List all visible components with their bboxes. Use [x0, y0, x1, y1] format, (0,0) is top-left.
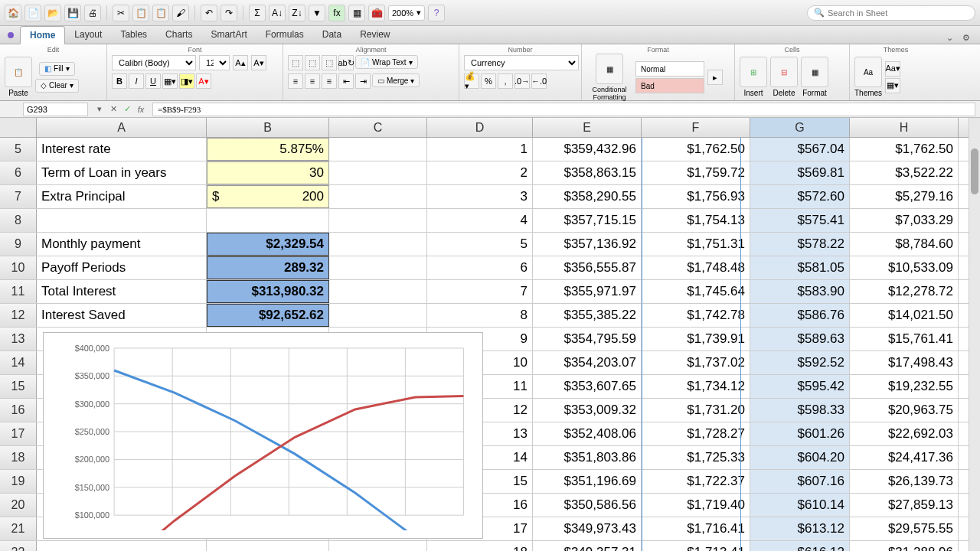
cell-G6[interactable]: $569.81	[750, 161, 850, 184]
merge-button[interactable]: ▭Merge▾	[372, 73, 420, 87]
theme-colors-icon[interactable]: ▦▾	[885, 78, 900, 93]
row-header-7[interactable]: 7	[0, 185, 37, 208]
cell-A12[interactable]: Interest Saved	[37, 304, 207, 327]
cell-F16[interactable]: $1,731.20	[642, 399, 750, 422]
cell-G13[interactable]: $589.63	[750, 328, 850, 350]
col-header-B[interactable]: B	[207, 118, 329, 137]
cell-G19[interactable]: $607.16	[750, 470, 850, 493]
settings-icon[interactable]: ⚙	[960, 31, 972, 44]
cell-H13[interactable]: $15,761.41	[850, 328, 959, 350]
formula-input[interactable]: =$B$9-F293	[152, 103, 975, 116]
cell-D9[interactable]: 5	[427, 233, 533, 256]
col-header-H[interactable]: H	[850, 118, 959, 137]
cell-F8[interactable]: $1,754.13	[642, 209, 750, 232]
col-header-D[interactable]: D	[427, 118, 533, 137]
cell-H11[interactable]: $12,278.72	[850, 280, 959, 303]
cell-B6[interactable]: 30	[207, 161, 329, 184]
cell-B7[interactable]: $200	[207, 185, 329, 208]
cell-B5[interactable]: 5.875%	[207, 138, 329, 161]
cell-F9[interactable]: $1,751.31	[642, 233, 750, 256]
cell-G16[interactable]: $598.33	[750, 399, 850, 422]
cell-E6[interactable]: $358,863.15	[533, 161, 642, 184]
col-header-C[interactable]: C	[329, 118, 427, 137]
vertical-scrollbar[interactable]	[969, 118, 980, 551]
insert-cells-button[interactable]: ⊞	[740, 57, 767, 87]
cell-A9[interactable]: Monthly payment	[37, 233, 207, 256]
name-box[interactable]: G293	[23, 103, 88, 116]
cell-H8[interactable]: $7,033.29	[850, 209, 959, 232]
cell-C22[interactable]	[329, 541, 427, 551]
cell-C11[interactable]	[329, 280, 427, 303]
cell-C6[interactable]	[329, 161, 427, 184]
cell-B9[interactable]: $2,329.54	[207, 233, 329, 256]
row-header-19[interactable]: 19	[0, 470, 37, 493]
format-painter-icon[interactable]: 🖌	[172, 5, 189, 21]
cell-E11[interactable]: $355,971.97	[533, 280, 642, 303]
cell-D22[interactable]: 18	[427, 541, 533, 551]
fx-formula-icon[interactable]: fx	[134, 103, 148, 116]
row-header-15[interactable]: 15	[0, 375, 37, 398]
cell-H6[interactable]: $3,522.22	[850, 161, 959, 184]
tab-smartart[interactable]: SmartArt	[201, 26, 256, 44]
cell-D12[interactable]: 8	[427, 304, 533, 327]
cell-H19[interactable]: $26,139.73	[850, 470, 959, 493]
cell-E19[interactable]: $351,196.69	[533, 470, 642, 493]
cell-C8[interactable]	[329, 209, 427, 232]
undo-icon[interactable]: ↶	[201, 5, 217, 21]
style-normal[interactable]: Normal	[635, 61, 704, 77]
font-name-select[interactable]: Calibri (Body)	[112, 55, 196, 70]
cell-B22[interactable]	[207, 541, 329, 551]
underline-button[interactable]: U	[145, 73, 161, 89]
cell-C12[interactable]	[329, 304, 427, 327]
app-menu-icon[interactable]	[8, 32, 14, 38]
cell-E10[interactable]: $356,555.87	[533, 256, 642, 279]
align-bottom-icon[interactable]: ⬚	[322, 55, 337, 70]
cell-F21[interactable]: $1,716.41	[642, 517, 750, 540]
cell-F14[interactable]: $1,737.02	[642, 351, 750, 374]
font-size-select[interactable]: 12	[199, 55, 230, 70]
cell-E12[interactable]: $355,385.22	[533, 304, 642, 327]
cell-B8[interactable]	[207, 209, 329, 232]
style-bad[interactable]: Bad	[635, 78, 704, 93]
theme-fonts-icon[interactable]: Aa▾	[885, 61, 900, 77]
row-header-12[interactable]: 12	[0, 304, 37, 327]
toolbox-icon[interactable]: 🧰	[368, 5, 385, 21]
autosum-icon[interactable]: Σ	[249, 5, 266, 21]
cell-F17[interactable]: $1,728.27	[642, 422, 750, 445]
cell-B11[interactable]: $313,980.32	[207, 280, 329, 303]
align-center-icon[interactable]: ≡	[305, 73, 320, 89]
tab-data[interactable]: Data	[313, 26, 351, 44]
cell-F12[interactable]: $1,742.78	[642, 304, 750, 327]
cell-F10[interactable]: $1,748.48	[642, 256, 750, 279]
amortization-chart[interactable]: $400,000$350,000$300,000$250,000$200,000…	[43, 332, 483, 539]
cell-F11[interactable]: $1,745.64	[642, 280, 750, 303]
cell-B10[interactable]: 289.32	[207, 256, 329, 279]
bold-button[interactable]: B	[112, 73, 127, 89]
paste-button[interactable]: 📋	[5, 57, 32, 87]
conditional-formatting-button[interactable]: ▦	[596, 54, 623, 84]
col-header-A[interactable]: A	[37, 118, 207, 137]
cell-G8[interactable]: $575.41	[750, 209, 850, 232]
cell-C9[interactable]	[329, 233, 427, 256]
orientation-icon[interactable]: ab↻	[338, 55, 354, 70]
accept-formula-icon[interactable]: ✓	[120, 103, 134, 116]
cancel-formula-icon[interactable]: ✕	[106, 103, 120, 116]
cell-F13[interactable]: $1,739.91	[642, 328, 750, 350]
cell-A7[interactable]: Extra Principal	[37, 185, 207, 208]
cell-A10[interactable]: Payoff Periods	[37, 256, 207, 279]
styles-more-icon[interactable]: ▸	[707, 70, 723, 85]
cell-A6[interactable]: Term of Loan in years	[37, 161, 207, 184]
percent-icon[interactable]: %	[481, 73, 496, 89]
cell-D8[interactable]: 4	[427, 209, 533, 232]
cell-H20[interactable]: $27,859.13	[850, 494, 959, 517]
cell-G7[interactable]: $572.60	[750, 185, 850, 208]
cut-icon[interactable]: ✂	[113, 5, 129, 21]
cell-D5[interactable]: 1	[427, 138, 533, 161]
row-header-22[interactable]: 22	[0, 541, 37, 551]
cell-G14[interactable]: $592.52	[750, 351, 850, 374]
copy-icon[interactable]: 📋	[132, 5, 149, 21]
number-format-select[interactable]: Currency	[464, 55, 579, 70]
row-header-11[interactable]: 11	[0, 280, 37, 303]
cell-A8[interactable]	[37, 209, 207, 232]
cell-F22[interactable]: $1,713.41	[642, 541, 750, 551]
